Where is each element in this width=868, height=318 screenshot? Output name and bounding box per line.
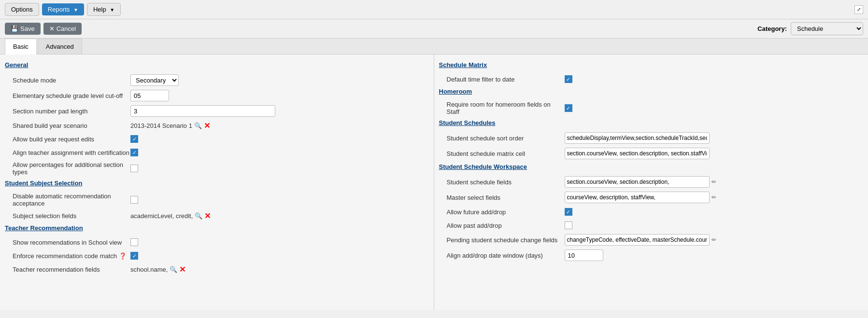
schedule-fields-value: ✏ (565, 176, 864, 188)
enforce-rec-row: Enforce recommendation code match ❓ ✓ (5, 249, 429, 263)
disable-auto-checkbox[interactable] (130, 196, 138, 204)
homeroom-heading[interactable]: Homeroom (439, 88, 864, 95)
allow-past-label: Allow past add/drop (439, 222, 565, 229)
expand-icon[interactable]: ⤢ (854, 5, 863, 14)
grade-cutoff-row: Elementary schedule grade level cut-off (5, 88, 429, 103)
allow-percentages-label: Allow percentages for additional section… (5, 161, 130, 176)
shared-build-label: Shared build year scenario (5, 122, 130, 129)
cancel-x-icon: ✕ (49, 25, 55, 32)
sort-order-label: Student schedule sort order (439, 135, 565, 142)
reports-button[interactable]: Reports ▼ (42, 3, 84, 15)
general-heading[interactable]: General (5, 61, 429, 69)
top-toolbar: Options Reports ▼ Help ▼ ⤢ (0, 0, 868, 19)
help-button[interactable]: Help ▼ (87, 3, 121, 16)
help-label: Help (93, 6, 106, 13)
save-label: Save (20, 25, 35, 32)
schedule-mode-value: Secondary Elementary (130, 74, 429, 86)
pending-fields-row: Pending student schedule change fields ✏ (439, 232, 864, 248)
teacher-rec-fields-text: school.name, (130, 266, 168, 273)
allow-future-value: ✓ (565, 208, 864, 216)
allow-build-checkbox[interactable]: ✓ (130, 135, 138, 143)
schedule-matrix-heading[interactable]: Schedule Matrix (439, 61, 864, 69)
section-pad-label: Section number pad length (5, 108, 130, 115)
align-window-input[interactable] (565, 249, 603, 261)
allow-future-checkbox[interactable]: ✓ (565, 208, 572, 216)
schedule-fields-input[interactable] (565, 176, 710, 188)
default-time-checkbox[interactable]: ✓ (565, 75, 572, 83)
matrix-cell-value (565, 148, 864, 159)
cancel-button[interactable]: ✕ Cancel (43, 23, 82, 35)
shared-build-clear-icon[interactable]: ✕ (204, 121, 210, 130)
pending-fields-edit-icon[interactable]: ✏ (711, 236, 716, 243)
enforce-rec-checkbox[interactable]: ✓ (130, 252, 138, 260)
default-time-value: ✓ (565, 75, 864, 83)
tab-advanced[interactable]: Advanced (38, 39, 82, 54)
schedule-mode-label: Schedule mode (5, 77, 130, 84)
show-rec-value (130, 238, 429, 246)
matrix-cell-row: Student schedule matrix cell (439, 146, 864, 161)
teacher-rec-fields-row: Teacher recommendation fields school.nam… (5, 263, 429, 276)
pending-fields-label: Pending student schedule change fields (439, 236, 565, 244)
master-select-edit-icon[interactable]: ✏ (711, 194, 716, 201)
tab-basic[interactable]: Basic (5, 39, 37, 55)
allow-build-row: Allow build year request edits ✓ (5, 132, 429, 146)
require-room-checkbox[interactable]: ✓ (565, 104, 572, 112)
options-button[interactable]: Options (5, 3, 39, 16)
subject-fields-value: academicLevel, credit, 🔍 ✕ (130, 211, 429, 221)
subject-fields-label: Subject selection fields (5, 212, 130, 220)
sort-order-row: Student schedule sort order (439, 130, 864, 146)
grade-cutoff-input[interactable] (130, 90, 169, 101)
section-pad-input[interactable] (130, 105, 275, 117)
align-window-row: Align add/drop date window (days) (439, 248, 864, 263)
subject-fields-clear-icon[interactable]: ✕ (204, 211, 211, 221)
category-select[interactable]: Schedule (791, 22, 863, 35)
student-workspace-heading[interactable]: Student Schedule Workspace (439, 163, 864, 170)
save-button[interactable]: 💾 Save (5, 23, 41, 35)
master-select-label: Master select fields (439, 194, 565, 201)
pending-fields-input[interactable] (565, 234, 710, 246)
subject-fields-text: academicLevel, credit, (130, 212, 193, 220)
allow-past-checkbox[interactable] (565, 221, 572, 229)
schedule-fields-edit-icon[interactable]: ✏ (711, 179, 716, 185)
show-rec-checkbox[interactable] (130, 238, 138, 246)
reports-label: Reports (48, 6, 70, 13)
schedule-fields-row: Student schedule fields ✏ (439, 174, 864, 190)
grade-cutoff-label: Elementary schedule grade level cut-off (5, 92, 130, 99)
category-label: Category: (757, 25, 787, 32)
section-pad-value (130, 105, 429, 117)
reports-dropdown-arrow: ▼ (73, 7, 78, 13)
allow-percentages-row: Allow percentages for additional section… (5, 159, 429, 178)
master-select-input[interactable] (565, 192, 710, 203)
allow-past-row: Allow past add/drop (439, 219, 864, 232)
grade-cutoff-value (130, 90, 429, 101)
schedule-mode-row: Schedule mode Secondary Elementary (5, 72, 429, 88)
teacher-rec-fields-value: school.name, 🔍 ✕ (130, 265, 429, 274)
enforce-rec-label-text: Enforce recommendation code match (13, 252, 117, 260)
align-teacher-value: ✓ (130, 149, 429, 156)
teacher-rec-heading[interactable]: Teacher Recommendation (5, 224, 429, 232)
allow-percentages-value (130, 165, 429, 172)
subject-fields-search-icon[interactable]: 🔍 (195, 212, 202, 220)
matrix-cell-input[interactable] (565, 148, 710, 159)
allow-percentages-checkbox[interactable] (130, 165, 138, 172)
sort-order-input[interactable] (565, 132, 710, 144)
schedule-mode-select[interactable]: Secondary Elementary (130, 74, 179, 86)
enforce-rec-label: Enforce recommendation code match ❓ (5, 252, 130, 260)
shared-build-search-icon[interactable]: 🔍 (194, 122, 202, 129)
align-window-label: Align add/drop date window (days) (439, 252, 565, 259)
action-bar: 💾 Save ✕ Cancel Category: Schedule (0, 19, 868, 39)
teacher-rec-fields-search-icon[interactable]: 🔍 (170, 266, 177, 273)
show-rec-label: Show recommendations in School view (5, 239, 130, 246)
tabs-bar: Basic Advanced (0, 39, 868, 55)
teacher-rec-fields-label: Teacher recommendation fields (5, 266, 130, 273)
align-teacher-checkbox[interactable]: ✓ (130, 149, 138, 156)
student-schedules-heading[interactable]: Student Schedules (439, 119, 864, 126)
top-bar-right: ⤢ (854, 5, 863, 14)
enforce-rec-help-icon[interactable]: ❓ (119, 252, 127, 260)
teacher-rec-fields-clear-icon[interactable]: ✕ (179, 265, 185, 274)
allow-build-value: ✓ (130, 135, 429, 143)
student-subject-heading[interactable]: Student Subject Selection (5, 180, 429, 187)
right-panel: Schedule Matrix Default time filter to d… (434, 55, 868, 310)
save-disk-icon: 💾 (11, 25, 18, 32)
pending-fields-value: ✏ (565, 234, 864, 246)
